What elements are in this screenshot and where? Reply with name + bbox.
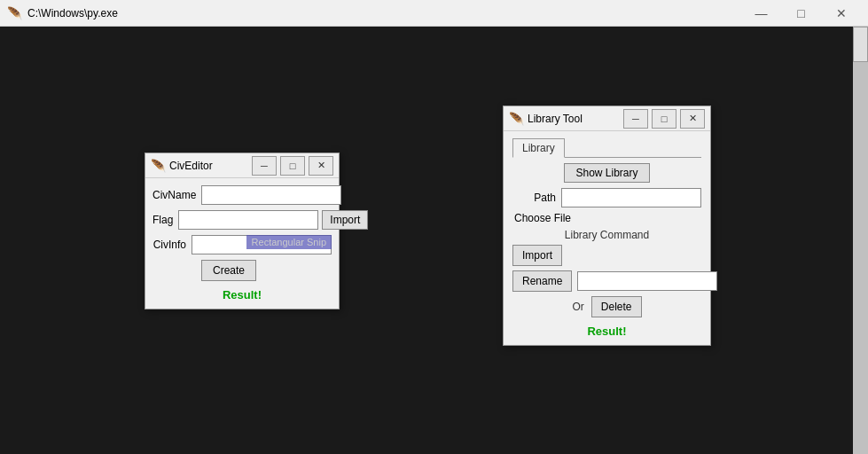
lib-rename-row: Rename: [512, 270, 701, 292]
create-button[interactable]: Create: [201, 260, 256, 281]
taskbar-maximize-button[interactable]: □: [781, 0, 821, 27]
civname-label: CivName: [152, 189, 201, 201]
civinfo-input[interactable]: [192, 235, 332, 254]
create-row: Create: [152, 260, 332, 281]
choose-file-row: Choose File: [512, 212, 701, 224]
library-tool-maximize-button[interactable]: □: [652, 109, 676, 129]
lib-or-row: Or Delete: [512, 296, 701, 317]
library-tool-body: Library Show Library Path Choose File Li…: [504, 131, 710, 345]
lib-import-button[interactable]: Import: [512, 245, 562, 266]
scrollbar[interactable]: [853, 27, 868, 454]
taskbar-icon: 🪶: [7, 6, 22, 20]
flag-row: Flag Import: [152, 210, 332, 230]
show-library-button[interactable]: Show Library: [564, 163, 649, 183]
path-input[interactable]: [561, 188, 701, 207]
civ-editor-close-button[interactable]: ✕: [309, 156, 333, 176]
library-tabs: Library: [512, 138, 701, 158]
civ-editor-maximize-button[interactable]: □: [280, 156, 305, 176]
library-tool-result: Result!: [512, 325, 701, 338]
path-label: Path: [512, 192, 561, 204]
taskbar-close-button[interactable]: ✕: [821, 0, 861, 27]
civinfo-wrapper: Rectangular Snip: [192, 235, 332, 254]
civ-editor-icon: 🪶: [151, 159, 166, 173]
or-text: Or: [572, 301, 583, 313]
tab-library[interactable]: Library: [512, 138, 565, 158]
civ-editor-titlebar: 🪶 CivEditor ─ □ ✕: [145, 153, 339, 178]
library-tool-title: Library Tool: [528, 113, 620, 125]
choose-file-label: Choose File: [512, 212, 576, 224]
lib-import-row: Import: [512, 245, 701, 266]
taskbar-controls: — □ ✕: [741, 0, 861, 27]
library-tool-titlebar: 🪶 Library Tool ─ □ ✕: [504, 106, 710, 131]
civname-row: CivName: [152, 185, 332, 205]
civ-editor-title: CivEditor: [169, 160, 248, 172]
scrollbar-thumb[interactable]: [853, 27, 868, 62]
civinfo-label: CivInfo: [152, 239, 192, 251]
library-tool-minimize-button[interactable]: ─: [623, 109, 648, 129]
rename-input[interactable]: [577, 271, 717, 291]
library-tool-icon: 🪶: [509, 112, 524, 126]
flag-input[interactable]: [178, 210, 318, 230]
library-tool-window: 🪶 Library Tool ─ □ ✕ Library Show Librar…: [503, 106, 711, 346]
delete-button[interactable]: Delete: [591, 296, 642, 317]
library-tool-close-button[interactable]: ✕: [680, 109, 705, 129]
lib-rename-button[interactable]: Rename: [512, 270, 572, 292]
flag-label: Flag: [152, 214, 178, 226]
civ-editor-window: 🪶 CivEditor ─ □ ✕ CivName Flag Import Ci…: [145, 153, 340, 309]
civ-editor-result: Result!: [152, 288, 332, 301]
taskbar-minimize-button[interactable]: —: [741, 0, 781, 27]
flag-import-button[interactable]: Import: [322, 210, 368, 230]
civname-input[interactable]: [201, 185, 341, 205]
taskbar-title: C:\Windows\py.exe: [27, 7, 118, 20]
civ-editor-minimize-button[interactable]: ─: [252, 156, 277, 176]
civinfo-row: CivInfo Rectangular Snip: [152, 235, 332, 254]
civ-editor-body: CivName Flag Import CivInfo Rectangular …: [145, 178, 339, 309]
path-row: Path: [512, 188, 701, 207]
library-command-label: Library Command: [512, 229, 701, 241]
taskbar: 🪶 C:\Windows\py.exe — □ ✕: [0, 0, 868, 27]
